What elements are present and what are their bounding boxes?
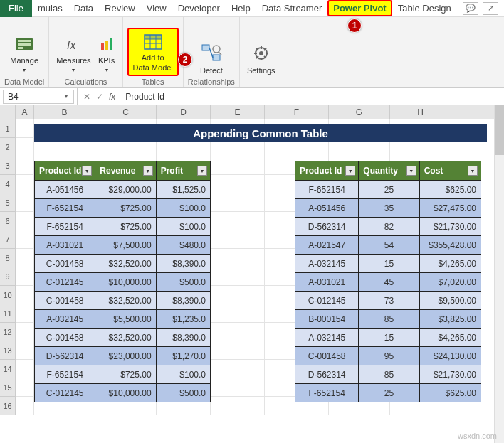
manage-button[interactable]: Manage ▾	[7, 31, 41, 76]
table-cell[interactable]: C-001458	[35, 291, 95, 309]
table-cell[interactable]: $7,020.00	[420, 272, 481, 291]
table-cell[interactable]: $5,500.00	[95, 309, 156, 328]
table-cell[interactable]: F-652154	[295, 383, 359, 402]
row-header[interactable]: 3	[0, 156, 16, 175]
cell[interactable]	[16, 156, 34, 175]
table-cell[interactable]: $32,520.00	[95, 291, 156, 309]
table-cell[interactable]: A-032145	[295, 328, 359, 346]
table-cell[interactable]: A-031021	[295, 272, 359, 291]
table-cell[interactable]: 82	[359, 217, 419, 235]
table1-header-revenue[interactable]: Revenue▼	[95, 161, 156, 180]
cell[interactable]	[16, 249, 34, 267]
table-cell[interactable]: $3,825.00	[420, 309, 481, 328]
table-cell[interactable]: C-012145	[35, 383, 95, 402]
table-cell[interactable]: 25	[359, 180, 419, 198]
table-cell[interactable]: C-001458	[35, 254, 95, 272]
cell[interactable]	[211, 175, 265, 193]
row-header[interactable]: 10	[0, 286, 16, 304]
table-cell[interactable]: D-562314	[35, 346, 95, 365]
table-cell[interactable]: 25	[359, 383, 419, 402]
cell[interactable]	[16, 212, 34, 230]
cell[interactable]	[211, 267, 265, 286]
table-cell[interactable]: $4,265.00	[420, 254, 481, 272]
table1-header-product-id[interactable]: Product Id▼	[35, 161, 95, 180]
table-cell[interactable]: D-562314	[295, 217, 359, 235]
tab-help[interactable]: Help	[226, 0, 256, 16]
table-cell[interactable]: $10,000.00	[95, 272, 156, 291]
table-cell[interactable]: $23,000.00	[95, 346, 156, 365]
table-cell[interactable]: $500.0	[157, 272, 210, 291]
table-cell[interactable]: $625.00	[420, 383, 481, 402]
table-cell[interactable]: $10,000.00	[95, 383, 156, 402]
col-header[interactable]: G	[329, 105, 390, 119]
table-cell[interactable]: $8,390.0	[157, 291, 210, 309]
filter-dropdown-icon[interactable]: ▼	[143, 166, 153, 176]
filter-dropdown-icon[interactable]: ▼	[468, 166, 478, 176]
add-to-data-model-button[interactable]: Add to Data Model	[127, 28, 179, 76]
table-cell[interactable]: F-652154	[35, 365, 95, 383]
file-tab[interactable]: File	[0, 0, 32, 17]
title-cell[interactable]: Appending Common Table	[34, 124, 487, 142]
table-cell[interactable]: C-012145	[35, 272, 95, 291]
tab-data[interactable]: Data	[68, 0, 99, 16]
table-cell[interactable]: $355,428.00	[420, 235, 481, 254]
tab-formulas[interactable]: mulas	[32, 0, 68, 16]
table-cell[interactable]: 15	[359, 254, 419, 272]
table-cell[interactable]: A-021547	[295, 235, 359, 254]
cell[interactable]	[211, 286, 265, 304]
table-cell[interactable]: C-012145	[295, 291, 359, 309]
measures-button[interactable]: fx Measures ▾	[53, 33, 93, 76]
table-cell[interactable]: $100.0	[157, 198, 210, 217]
cell[interactable]	[211, 193, 265, 212]
cell[interactable]	[16, 341, 34, 360]
filter-dropdown-icon[interactable]: ▼	[345, 166, 355, 176]
table-cell[interactable]: 85	[359, 309, 419, 328]
table-cell[interactable]: 35	[359, 198, 419, 217]
cancel-icon[interactable]: ✕	[83, 92, 90, 102]
table-cell[interactable]: F-652154	[295, 180, 359, 198]
table-cell[interactable]: C-001458	[35, 328, 95, 346]
col-header[interactable]: C	[95, 105, 157, 119]
enter-icon[interactable]: ✓	[96, 92, 103, 102]
table2-header-quantity[interactable]: Quantity▼	[359, 161, 419, 180]
table-cell[interactable]: $8,390.0	[157, 328, 210, 346]
table-cell[interactable]: $725.00	[95, 217, 156, 235]
table-cell[interactable]: A-051456	[35, 180, 95, 198]
filter-dropdown-icon[interactable]: ▼	[197, 166, 207, 176]
row-header[interactable]: 15	[0, 378, 16, 397]
table1-header-profit[interactable]: Profit▼	[157, 161, 210, 180]
table-cell[interactable]: $8,390.0	[157, 254, 210, 272]
table-cell[interactable]: $625.00	[420, 180, 481, 198]
scrollbar-thumb[interactable]	[495, 105, 504, 155]
cell[interactable]	[211, 397, 265, 415]
table-cell[interactable]: $725.00	[95, 198, 156, 217]
table-cell[interactable]: 54	[359, 235, 419, 254]
kpis-button[interactable]: KPIs ▾	[95, 33, 118, 76]
col-header[interactable]: F	[265, 105, 329, 119]
detect-button[interactable]: Detect	[197, 41, 226, 76]
cell[interactable]	[211, 304, 265, 323]
row-header[interactable]: 2	[0, 138, 16, 156]
name-box[interactable]: B4 ▼	[3, 90, 74, 104]
col-header[interactable]: D	[157, 105, 211, 119]
table-cell[interactable]: $21,730.00	[420, 365, 481, 383]
table-cell[interactable]: $32,520.00	[95, 254, 156, 272]
table-cell[interactable]: $7,500.00	[95, 235, 156, 254]
fx-icon[interactable]: fx	[109, 92, 115, 102]
cell[interactable]	[16, 378, 34, 397]
cell[interactable]	[211, 249, 265, 267]
row-header[interactable]: 11	[0, 304, 16, 323]
table-cell[interactable]: 85	[359, 365, 419, 383]
table-cell[interactable]: 45	[359, 272, 419, 291]
row-header[interactable]: 8	[0, 249, 16, 267]
cell[interactable]	[16, 286, 34, 304]
table-cell[interactable]: $1,270.0	[157, 346, 210, 365]
cell[interactable]	[211, 212, 265, 230]
table-cell[interactable]: B-000154	[295, 309, 359, 328]
row-header[interactable]: 5	[0, 193, 16, 212]
cell[interactable]	[16, 230, 34, 249]
cell[interactable]	[16, 267, 34, 286]
cell[interactable]	[211, 323, 265, 341]
row-header[interactable]: 16	[0, 397, 16, 415]
tab-view[interactable]: View	[141, 0, 172, 16]
